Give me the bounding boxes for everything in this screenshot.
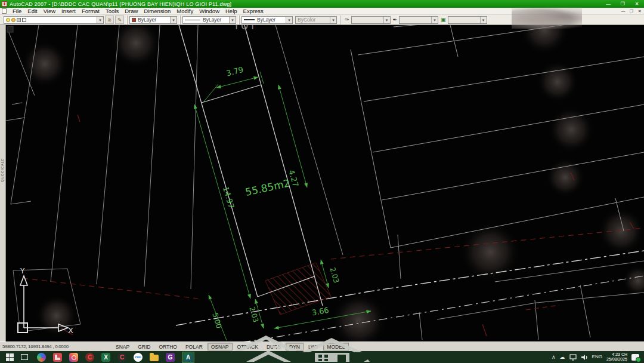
chevron-down-icon[interactable]: ▾ — [480, 17, 487, 23]
close-button[interactable]: ✕ — [630, 0, 644, 8]
chevron-down-icon[interactable]: ▾ — [286, 17, 292, 23]
plot-style-table-dropdown[interactable]: ▾ — [351, 16, 391, 24]
coordinate-readout: 59800.7172, 16931.8494 , 0.0000 — [0, 344, 112, 349]
autocad-taskbar-active[interactable]: A — [182, 352, 194, 363]
layer-lock-icon — [17, 18, 21, 22]
language-indicator[interactable]: ENG — [592, 351, 602, 363]
toggle-dyn[interactable]: DYN — [286, 343, 304, 350]
ucs-y-label: Y — [20, 267, 25, 275]
task-view-button[interactable] — [21, 353, 30, 362]
dim-road-width: 5.00 — [210, 312, 223, 330]
parcel-area-label: 55.85m2 — [244, 177, 291, 198]
layer-dropdown[interactable]: ▾ — [4, 16, 104, 24]
toggle-grid[interactable]: GRID — [134, 343, 154, 350]
doc-restore-button[interactable]: ❐ — [627, 8, 636, 15]
gameloop-icon[interactable]: G — [166, 353, 175, 362]
toggle-snap[interactable]: SNAP — [112, 343, 133, 350]
color-swatch-icon — [132, 18, 136, 22]
network-icon[interactable] — [569, 354, 577, 361]
layer-freeze-icon — [11, 18, 16, 22]
layer-color-chip — [22, 18, 26, 22]
plotstyle-value: ByColor — [298, 17, 315, 23]
docked-toolbar-label: QUOCICALC — [1, 158, 4, 182]
menu-window[interactable]: Window — [196, 8, 222, 14]
lineweight-dropdown[interactable]: ByLayer ▾ — [242, 16, 293, 24]
menu-help[interactable]: Help — [222, 8, 240, 14]
make-layer-current-button[interactable]: ✎ — [115, 16, 124, 24]
chevron-down-icon[interactable]: ▾ — [170, 17, 177, 23]
toggle-osnap[interactable]: OSNAP — [208, 343, 233, 350]
tray-expand-icon[interactable]: ∧ — [552, 351, 556, 363]
menu-insert[interactable]: Insert — [58, 8, 79, 14]
autocad-icon[interactable]: A — [184, 353, 193, 362]
toggle-model[interactable]: MODEL — [323, 343, 348, 350]
tray-date: 25/08/2025 — [606, 357, 627, 361]
toggle-otrack[interactable]: OTRACK — [234, 343, 262, 350]
chrome-dark-icon[interactable]: C — [117, 353, 126, 362]
doc-close-button[interactable]: ✕ — [636, 8, 644, 15]
pen-icon[interactable]: ✒ — [393, 17, 398, 23]
doc-minimize-button[interactable]: — — [619, 8, 627, 15]
toolbar-separator — [179, 16, 181, 24]
start-button[interactable] — [6, 353, 14, 361]
toggle-polar[interactable]: POLAR — [182, 343, 206, 350]
file-explorer-icon[interactable] — [150, 353, 159, 362]
layer-on-icon — [6, 18, 10, 22]
red-tiles-app-icon[interactable] — [53, 353, 62, 362]
ucs-x-label: X — [68, 326, 73, 335]
menu-bar: File Edit View Insert Format Tools Draw … — [0, 8, 644, 15]
instagram-icon[interactable] — [69, 353, 78, 362]
status-bar: 59800.7172, 16931.8494 , 0.0000 SNAP GRI… — [0, 342, 644, 351]
excel-icon[interactable]: X — [101, 353, 110, 362]
chevron-down-icon[interactable]: ▾ — [97, 17, 103, 23]
color-value: ByLayer — [138, 17, 156, 23]
toggle-ducs[interactable]: DUCS — [263, 343, 284, 350]
menu-edit[interactable]: Edit — [24, 8, 40, 14]
toolbar-separator — [339, 16, 340, 24]
layer-properties-button[interactable]: ≋ — [105, 16, 114, 24]
menu-tools[interactable]: Tools — [103, 8, 122, 14]
lineweight-value: ByLayer — [257, 17, 275, 23]
ccleaner-icon[interactable]: C — [85, 353, 94, 362]
chevron-down-icon[interactable]: ▾ — [431, 17, 438, 23]
menu-file[interactable]: File — [10, 8, 24, 14]
menu-view[interactable]: View — [41, 8, 58, 14]
toggle-lwt[interactable]: LWT — [305, 343, 322, 350]
table-icon[interactable]: ▣ — [441, 17, 446, 23]
plot-style-icon[interactable]: ✑ — [345, 17, 349, 23]
notification-badge-icon[interactable] — [631, 354, 639, 361]
menu-format[interactable]: Format — [79, 8, 103, 14]
smudge-blobs — [21, 25, 644, 342]
menu-express[interactable]: Express — [240, 8, 267, 14]
road-boundary-red-lines — [23, 115, 644, 336]
maximize-button[interactable]: ❐ — [615, 0, 630, 8]
tray-time: 4:23 CH — [612, 352, 627, 356]
menu-dimension[interactable]: Dimension — [141, 8, 174, 14]
onedrive-cloud-icon[interactable]: ☁ — [560, 351, 565, 363]
dim-top: 3.79 — [225, 65, 244, 78]
chevron-down-icon[interactable]: ▾ — [383, 17, 390, 23]
toggle-ortho[interactable]: ORTHO — [155, 343, 181, 350]
volume-icon[interactable] — [581, 354, 588, 361]
autocad-window: AutoCAD 2007 - [D:\BDDC CAC QUAN\p11 (PH… — [0, 0, 644, 363]
menu-modify[interactable]: Modify — [174, 8, 196, 14]
autocad-app-icon — [2, 1, 7, 7]
dim-frontage-right: 2.03 — [328, 266, 340, 284]
minimize-button[interactable]: — — [601, 0, 615, 8]
menu-draw[interactable]: Draw — [122, 8, 141, 14]
windows-taskbar: C X C Zalo G A ∧ ☁ ENG 4:23 CH 25/08/202… — [0, 351, 644, 363]
zalo-icon[interactable]: Zalo — [134, 353, 143, 362]
table-style-dropdown[interactable]: ▾ — [448, 16, 487, 24]
plotstyle-dropdown: ByColor ▾ — [295, 16, 337, 24]
lineweight-sample-icon — [244, 19, 255, 20]
pen-settings-dropdown[interactable]: ▾ — [399, 16, 438, 24]
clock[interactable]: 4:23 CH 25/08/2025 — [606, 352, 627, 362]
color-dropdown[interactable]: ByLayer ▾ — [129, 16, 177, 24]
edge-browser-icon[interactable] — [37, 353, 46, 362]
road-centerlines — [176, 251, 644, 342]
drawing-area[interactable]: 3.79 14.97 4.27 55.85m2 2.03 2.03 3.66 5… — [6, 25, 644, 342]
linetype-dropdown[interactable]: ByLayer ▾ — [182, 16, 236, 24]
linetype-sample-icon — [185, 20, 200, 20]
chevron-down-icon[interactable]: ▾ — [229, 17, 236, 23]
toolbar-dock-artifact — [7, 26, 13, 32]
